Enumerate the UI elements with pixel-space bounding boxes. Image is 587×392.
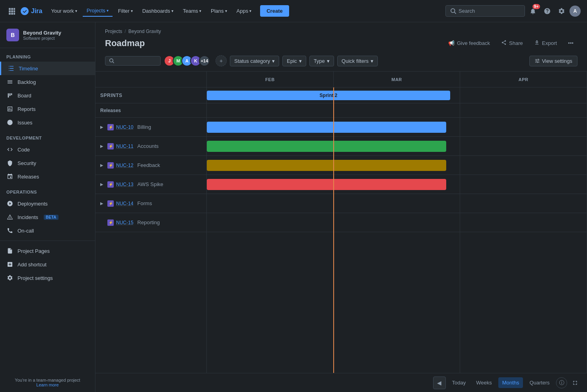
project-header[interactable]: B Beyond Gravity Software project (0, 22, 95, 48)
share-icon (501, 40, 507, 47)
jira-logo[interactable]: Jira (21, 7, 42, 15)
incidents-label: Incidents (17, 214, 38, 220)
project-settings-label: Project settings (17, 275, 53, 281)
megaphone-icon: 📢 (448, 40, 455, 46)
svg-rect-3 (9, 10, 11, 12)
issues-label: Issues (17, 120, 33, 126)
sidebar-item-project-pages[interactable]: Project Pages (0, 244, 95, 258)
sprint-2-bar[interactable]: Sprint 2 (207, 91, 450, 100)
gantt-bars-area: Sprint 2 (207, 87, 587, 373)
sidebar-item-oncall[interactable]: On-call (0, 224, 95, 237)
gantt-right-panel: Sprint 2 (207, 87, 587, 373)
breadcrumb-project[interactable]: Beyond Gravity (128, 29, 161, 34)
sidebar-item-releases[interactable]: Releases (0, 170, 95, 183)
table-row[interactable]: ▶ ⚡ NUC-10 Billing (95, 118, 206, 137)
teams-nav[interactable]: Teams ▾ (179, 6, 205, 16)
breadcrumb-projects[interactable]: Projects (105, 29, 122, 34)
more-actions-button[interactable]: ••• (564, 38, 577, 49)
bar-row-accounts (207, 137, 587, 156)
create-button[interactable]: Create (260, 5, 289, 17)
filter-nav[interactable]: Filter ▾ (114, 6, 137, 16)
sidebar-item-reports[interactable]: Reports (0, 102, 95, 116)
project-pages-icon (6, 247, 14, 254)
issue-id: NUC-15 (116, 220, 133, 225)
table-row[interactable]: ▶ ⚡ NUC-11 Accounts (95, 137, 206, 156)
dashboards-nav[interactable]: Dashboards ▾ (138, 6, 177, 16)
oncall-icon (6, 227, 14, 234)
your-work-nav[interactable]: Your work ▾ (47, 6, 81, 16)
page-header: Projects / Beyond Gravity Roadmap 📢 Give… (95, 22, 587, 55)
table-row[interactable]: ▶ ⚡ NUC-12 Feedback (95, 156, 206, 175)
export-button[interactable]: Export (530, 37, 561, 49)
chevron-down-icon: ▾ (371, 58, 373, 64)
gantt-left-header (95, 72, 207, 87)
sidebar-item-incidents[interactable]: Incidents BETA (0, 210, 95, 224)
expand-icon[interactable]: ▶ (99, 143, 105, 149)
top-navigation: Jira Your work ▾ Projects ▾ Filter ▾ Das… (0, 0, 587, 22)
today-button[interactable]: Today (448, 377, 470, 388)
weeks-button[interactable]: Weeks (472, 377, 496, 388)
releases-spacer (207, 103, 587, 118)
quick-filters[interactable]: Quick filters ▾ (337, 56, 378, 66)
reports-icon (6, 105, 14, 113)
table-row[interactable]: ▶ ⚡ NUC-15 Reporting (95, 213, 206, 232)
awsspike-bar[interactable] (207, 179, 446, 190)
development-section-label: DEVELOPMENT (0, 129, 95, 143)
invite-button[interactable]: + (216, 55, 227, 66)
expand-icon[interactable]: ▶ (99, 162, 105, 169)
notifications-button[interactable]: 9+ (527, 5, 539, 17)
learn-more-link[interactable]: Learn more (36, 382, 58, 387)
board-label: Board (17, 93, 31, 99)
svg-rect-6 (9, 13, 11, 15)
fullscreen-button[interactable] (570, 377, 581, 388)
grid-icon[interactable] (6, 6, 17, 17)
share-button[interactable]: Share (497, 37, 527, 49)
table-row[interactable]: ▶ ⚡ NUC-14 Forms (95, 194, 206, 213)
sidebar-item-code[interactable]: Code (0, 143, 95, 156)
sidebar-item-issues[interactable]: Issues (0, 116, 95, 129)
sidebar-item-project-settings[interactable]: Project settings (0, 271, 95, 285)
sidebar-item-timeline[interactable]: Timeline (0, 62, 95, 75)
apps-nav[interactable]: Apps ▾ (233, 6, 256, 16)
project-pages-label: Project Pages (17, 248, 50, 254)
code-icon (6, 146, 14, 153)
sidebar-item-board[interactable]: Board (0, 89, 95, 102)
gantt-left-panel: Sprints Releases ▶ ⚡ NUC-10 Billing ▶ (95, 87, 207, 373)
months-button[interactable]: Months (498, 377, 523, 388)
accounts-bar[interactable] (207, 141, 446, 152)
plans-nav[interactable]: Plans ▾ (207, 6, 231, 16)
issue-label: Feedback (137, 162, 160, 168)
sidebar-item-backlog[interactable]: Backlog (0, 75, 95, 89)
sidebar-item-deployments[interactable]: Deployments (0, 197, 95, 210)
bar-row-billing (207, 118, 587, 137)
timeline-label: Timeline (19, 66, 38, 72)
table-row[interactable]: ▶ ⚡ NUC-13 AWS Spike (95, 175, 206, 194)
incidents-icon (6, 213, 14, 221)
prev-nav-button[interactable]: ◀ (433, 376, 446, 389)
svg-rect-8 (14, 13, 15, 15)
quarters-button[interactable]: Quarters (525, 377, 554, 388)
expand-icon[interactable]: ▶ (99, 124, 105, 130)
avatar-more[interactable]: +14 (199, 55, 210, 66)
user-avatar[interactable]: A (570, 6, 581, 17)
view-settings-button[interactable]: View settings (529, 56, 577, 66)
info-button[interactable]: ⓘ (556, 377, 567, 388)
expand-icon[interactable]: ▶ (99, 181, 105, 188)
feedback-bar[interactable] (207, 160, 446, 171)
code-label: Code (17, 147, 30, 153)
type-filter[interactable]: Type ▾ (309, 56, 334, 66)
give-feedback-button[interactable]: 📢 Give feedback (444, 38, 494, 49)
epic-filter[interactable]: Epic ▾ (282, 56, 306, 66)
help-button[interactable] (541, 5, 554, 17)
expand-icon[interactable]: ▶ (99, 200, 105, 207)
status-category-filter[interactable]: Status category ▾ (230, 56, 279, 66)
roadmap-search-input[interactable] (105, 56, 161, 66)
billing-bar[interactable] (207, 122, 446, 133)
sidebar-item-add-shortcut[interactable]: Add shortcut (0, 258, 95, 271)
settings-button[interactable] (555, 5, 568, 17)
projects-nav[interactable]: Projects ▾ (83, 5, 113, 17)
sidebar-item-security[interactable]: Security (0, 156, 95, 170)
epic-icon: ⚡ (107, 200, 114, 207)
page-title-row: Roadmap 📢 Give feedback Share (105, 37, 577, 49)
search-box[interactable]: Search (445, 5, 525, 17)
